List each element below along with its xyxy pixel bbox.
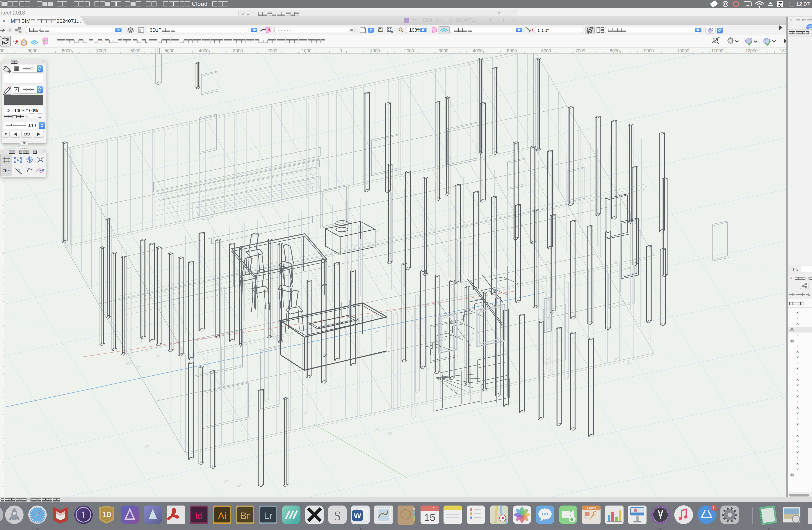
svg-text:Ai: Ai (218, 511, 226, 521)
svg-text:y: y (525, 26, 527, 29)
svg-text:10: 10 (102, 510, 111, 519)
svg-text:PAGES: PAGES (587, 507, 596, 510)
svg-text:1: 1 (712, 505, 715, 510)
svg-text:1: 1 (81, 509, 86, 521)
svg-text:W: W (353, 511, 361, 520)
svg-text:Id: Id (195, 511, 203, 521)
svg-text:1: 1 (433, 506, 435, 511)
svg-text:Lr: Lr (264, 511, 272, 521)
svg-text:x: x (533, 30, 535, 33)
svg-text:S: S (334, 508, 341, 523)
svg-text:Br: Br (240, 511, 250, 521)
svg-text:15: 15 (424, 512, 435, 523)
